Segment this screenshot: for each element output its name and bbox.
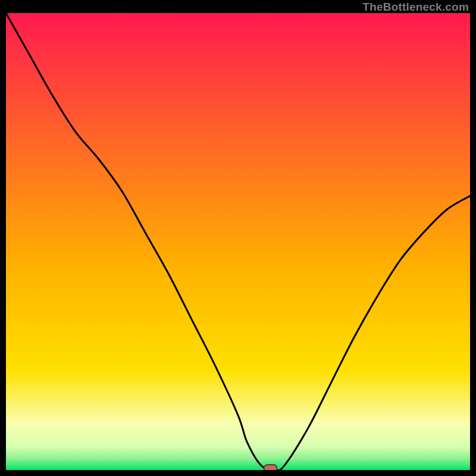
heat-gradient [6,13,470,470]
watermark-text: TheBottleneck.com [362,1,469,12]
plot-svg [6,13,470,470]
plot-frame [6,13,470,470]
chart-container: TheBottleneck.com [0,0,476,476]
optimum-marker [264,465,277,470]
